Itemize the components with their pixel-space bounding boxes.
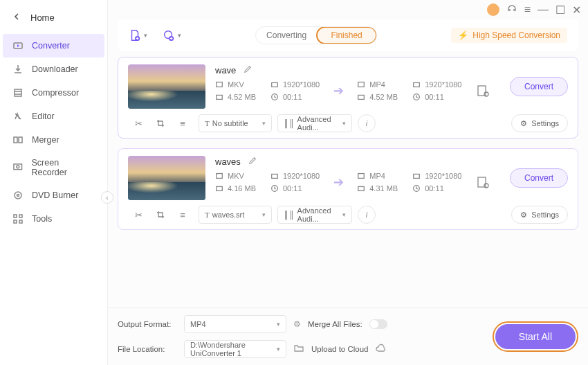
high-speed-badge[interactable]: ⚡ High Speed Conversion xyxy=(451,28,567,43)
trim-icon[interactable]: ✂ xyxy=(128,115,149,132)
add-file-icon[interactable] xyxy=(129,29,147,42)
arrow-icon: ➔ xyxy=(328,172,349,193)
svg-rect-22 xyxy=(414,82,420,87)
sidebar-item-compressor[interactable]: Compressor xyxy=(0,81,107,105)
merge-toggle[interactable] xyxy=(369,319,387,329)
svg-rect-16 xyxy=(217,82,223,87)
tab-finished[interactable]: Finished xyxy=(316,26,377,44)
sidebar-item-converter[interactable]: Converter xyxy=(3,34,104,57)
collapse-sidebar-handle[interactable]: ‹ xyxy=(101,191,113,204)
gear-icon: ⚙ xyxy=(520,211,527,220)
sidebar-item-label: Editor xyxy=(32,112,55,121)
settings-button[interactable]: ⚙ Settings xyxy=(511,206,568,224)
file-card: waves MKV 4.16 MB 1920*1080 00:11 xyxy=(118,148,578,230)
output-settings-icon[interactable] xyxy=(475,83,490,98)
src-format: MKV xyxy=(228,172,244,180)
maximize-icon[interactable]: ☐ xyxy=(555,3,565,17)
sidebar-item-tools[interactable]: Tools xyxy=(0,207,107,231)
edit-title-icon[interactable] xyxy=(248,156,257,168)
trim-icon[interactable]: ✂ xyxy=(128,206,149,223)
crop-icon[interactable] xyxy=(150,206,171,223)
tools-icon xyxy=(12,213,24,224)
svg-rect-10 xyxy=(19,215,22,217)
edit-title-icon[interactable] xyxy=(243,64,252,76)
dst-resolution: 1920*1080 xyxy=(425,80,461,89)
svg-rect-32 xyxy=(414,174,420,178)
avatar-icon[interactable] xyxy=(487,3,499,16)
sidebar-item-merger[interactable]: Merger xyxy=(0,128,107,152)
upload-cloud-label: Upload to Cloud xyxy=(311,345,368,353)
more-icon[interactable]: ≡ xyxy=(172,115,193,132)
sidebar-item-dvd-burner[interactable]: DVD Burner xyxy=(0,184,107,207)
src-format: MKV xyxy=(228,80,244,89)
src-duration: 00:11 xyxy=(283,184,302,193)
titlebar: ≡ — ☐ ✕ xyxy=(108,0,588,19)
high-speed-label: High Speed Conversion xyxy=(472,30,560,40)
headset-icon[interactable] xyxy=(506,3,517,17)
merge-label: Merge All Files: xyxy=(308,320,362,328)
merger-icon xyxy=(12,134,24,145)
svg-rect-30 xyxy=(358,174,365,179)
audio-value: Advanced Audi... xyxy=(297,206,342,223)
svg-point-8 xyxy=(17,195,19,197)
status-tabs: Converting Finished xyxy=(255,26,377,44)
settings-button[interactable]: ⚙ Settings xyxy=(511,114,568,132)
subtitle-select[interactable]: Twaves.srt ▾ xyxy=(199,206,272,224)
file-location-value: D:\Wondershare UniConverter 1 xyxy=(190,341,277,357)
convert-button[interactable]: Convert xyxy=(510,168,568,188)
svg-rect-26 xyxy=(217,174,223,179)
equalizer-icon: ║║ xyxy=(284,211,295,219)
convert-button[interactable]: Convert xyxy=(510,77,568,96)
editor-icon xyxy=(12,111,24,122)
svg-point-35 xyxy=(484,184,488,188)
sidebar-item-editor[interactable]: Editor xyxy=(0,105,107,128)
thumbnail[interactable] xyxy=(128,64,205,109)
info-icon[interactable]: i xyxy=(358,206,376,224)
sidebar: Home Converter Downloader Compressor Edi… xyxy=(0,0,108,365)
sidebar-item-screen-recorder[interactable]: Screen Recorder xyxy=(0,152,107,184)
dst-format: MP4 xyxy=(369,172,385,180)
settings-label: Settings xyxy=(531,119,559,127)
audio-select[interactable]: ║║ Advanced Audi... ▾ xyxy=(277,114,352,132)
minimize-icon[interactable]: — xyxy=(538,3,549,16)
file-location-select[interactable]: D:\Wondershare UniConverter 1▾ xyxy=(184,340,286,358)
audio-select[interactable]: ║║ Advanced Audi... ▾ xyxy=(277,206,352,224)
back-icon[interactable] xyxy=(12,12,21,23)
svg-point-7 xyxy=(15,192,21,199)
sidebar-home[interactable]: Home xyxy=(0,7,107,34)
svg-point-25 xyxy=(484,92,488,96)
sidebar-item-label: Tools xyxy=(32,214,52,224)
dst-duration: 00:11 xyxy=(425,184,444,193)
output-settings-gear-icon[interactable]: ⚙ xyxy=(293,319,301,329)
bolt-icon: ⚡ xyxy=(458,30,468,40)
sidebar-item-downloader[interactable]: Downloader xyxy=(0,57,107,81)
open-folder-icon[interactable] xyxy=(293,343,304,355)
output-format-select[interactable]: MP4▾ xyxy=(184,315,286,333)
compressor-icon xyxy=(12,87,24,98)
arrow-icon: ➔ xyxy=(328,80,349,101)
output-settings-icon[interactable] xyxy=(475,175,490,190)
more-icon[interactable]: ≡ xyxy=(172,206,193,223)
svg-rect-9 xyxy=(14,215,17,217)
subtitle-value: waves.srt xyxy=(212,211,244,219)
file-title: waves xyxy=(215,157,241,167)
dst-format: MP4 xyxy=(369,80,385,89)
start-all-button[interactable]: Start All xyxy=(495,324,576,349)
subtitle-select[interactable]: TNo subtitle ▾ xyxy=(199,114,272,132)
add-disc-icon[interactable] xyxy=(163,29,181,42)
src-resolution: 1920*1080 xyxy=(283,80,320,89)
converter-icon xyxy=(12,40,24,51)
thumbnail[interactable] xyxy=(128,156,205,200)
tab-converting[interactable]: Converting xyxy=(256,27,317,44)
src-duration: 00:11 xyxy=(283,93,302,101)
cloud-icon[interactable] xyxy=(375,344,387,355)
output-format-value: MP4 xyxy=(190,320,206,328)
menu-icon[interactable]: ≡ xyxy=(524,3,531,16)
svg-rect-11 xyxy=(14,220,17,223)
svg-rect-5 xyxy=(14,164,22,170)
crop-icon[interactable] xyxy=(150,115,171,132)
audio-value: Advanced Audi... xyxy=(297,115,342,132)
svg-rect-18 xyxy=(272,82,278,87)
close-icon[interactable]: ✕ xyxy=(572,3,581,17)
info-icon[interactable]: i xyxy=(358,114,376,132)
